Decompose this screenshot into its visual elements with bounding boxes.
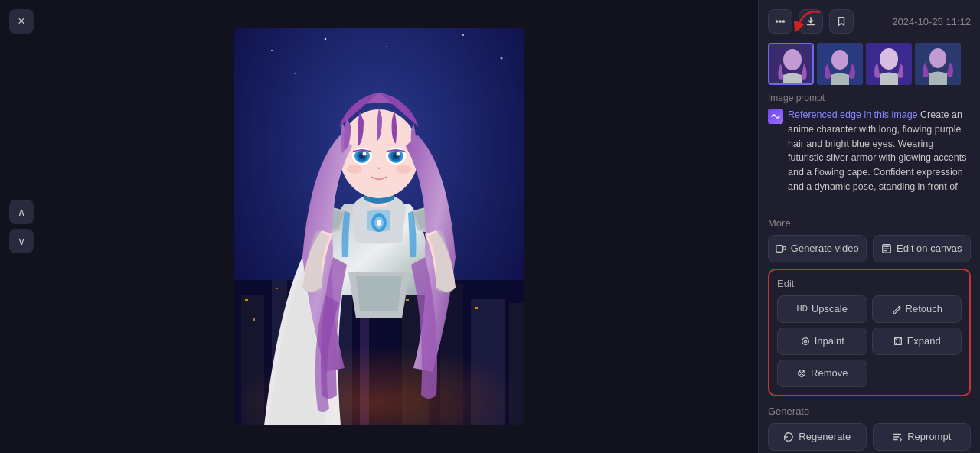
inpaint-button[interactable]: Inpaint [777,328,867,355]
svg-point-6 [294,73,296,74]
reprompt-label: Reprompt [907,431,951,442]
upscale-button[interactable]: HD Upscale [777,295,867,323]
svg-point-58 [802,337,808,344]
prompt-icon [768,109,783,124]
more-options-button[interactable] [768,9,792,34]
nav-arrows: ∧ ∨ [9,200,34,253]
prompt-text: Referenced edge in this image Create an … [788,108,971,194]
remove-label: Remove [811,367,848,379]
edit-on-canvas-label: Edit on canvas [897,243,962,254]
character-illustration [234,28,524,425]
upscale-label: Upscale [812,303,848,314]
svg-point-45 [779,21,781,22]
more-section-label: More [768,217,971,229]
edit-section-label: Edit [777,278,962,289]
remove-icon [796,368,807,379]
retouch-icon [891,304,902,314]
thumbnail-1[interactable] [768,43,814,85]
thumbnail-2[interactable] [817,43,863,85]
timestamp: 2024-10-25 11:12 [892,16,971,28]
close-icon: × [18,15,24,28]
regenerate-button[interactable]: Regenerate [768,423,867,451]
svg-rect-56 [776,245,783,252]
bookmark-button[interactable] [829,9,854,34]
svg-point-43 [396,165,411,174]
reprompt-button[interactable]: Reprompt [873,423,972,451]
generate-section-label: Generate [768,406,971,417]
thumbnails-row [768,43,971,85]
svg-rect-23 [475,307,478,309]
generate-section: Generate Regenerate Reprompt [768,406,971,454]
expand-label: Expand [907,335,941,347]
prompt-content: Referenced edge in this image Create an … [768,108,971,194]
svg-point-5 [501,57,503,60]
sidebar: 2024-10-25 11:12 [758,0,980,453]
download-icon [805,16,816,27]
svg-rect-18 [276,288,278,289]
hd-badge: HD [797,305,808,313]
download-button[interactable] [799,9,823,34]
svg-point-1 [271,50,273,51]
remove-button[interactable]: Remove [777,360,867,387]
chevron-down-icon: ∨ [18,235,25,247]
svg-point-59 [804,340,807,343]
retouch-button[interactable]: Retouch [872,295,962,323]
close-button[interactable]: × [9,9,34,34]
reprompt-icon [892,432,903,442]
svg-point-29 [377,220,381,226]
svg-point-41 [397,152,400,156]
svg-point-2 [325,38,326,40]
expand-button[interactable]: Expand [872,328,962,355]
more-icon [775,16,786,27]
generate-video-button[interactable]: Generate video [768,235,867,262]
svg-point-36 [363,152,367,156]
image-canvas [234,28,524,425]
svg-point-46 [782,21,784,22]
regenerate-icon [783,432,794,442]
retouch-label: Retouch [906,303,942,314]
svg-rect-21 [406,299,409,301]
canvas-icon [881,243,892,254]
thumbnail-4[interactable] [915,43,961,85]
inpaint-label: Inpaint [815,335,844,347]
svg-point-4 [462,34,464,36]
svg-point-48 [783,49,802,70]
prompt-highlight: Referenced edge in this image [788,109,918,120]
main-image [234,28,524,425]
regenerate-label: Regenerate [799,431,851,442]
svg-point-50 [831,50,848,70]
toolbar: 2024-10-25 11:12 [768,9,971,34]
nav-up-button[interactable]: ∧ [9,200,34,224]
expand-icon [893,336,903,347]
svg-point-54 [929,48,946,68]
image-prompt-label: Image prompt [768,93,971,103]
generate-video-label: Generate video [791,243,859,254]
edit-section: Edit HD Upscale Retouch Inpaint [768,269,971,396]
svg-point-42 [347,165,362,174]
chevron-up-icon: ∧ [18,206,25,218]
main-image-area: ∧ ∨ [0,0,758,453]
generate-actions-row: Regenerate Reprompt [768,423,971,451]
video-icon [776,243,786,254]
svg-point-44 [776,21,778,22]
edit-on-canvas-button[interactable]: Edit on canvas [873,235,972,262]
nav-down-button[interactable]: ∨ [9,229,34,253]
more-actions-row: Generate video Edit on canvas [768,235,971,262]
inpaint-icon [800,336,811,347]
bookmark-icon [836,16,847,27]
svg-point-3 [386,46,387,47]
svg-rect-16 [245,299,248,301]
thumbnail-3[interactable] [866,43,912,85]
svg-point-52 [880,48,898,70]
prompt-body: Create an anime character with long, flo… [788,109,966,192]
edit-grid: HD Upscale Retouch Inpaint [777,295,962,387]
